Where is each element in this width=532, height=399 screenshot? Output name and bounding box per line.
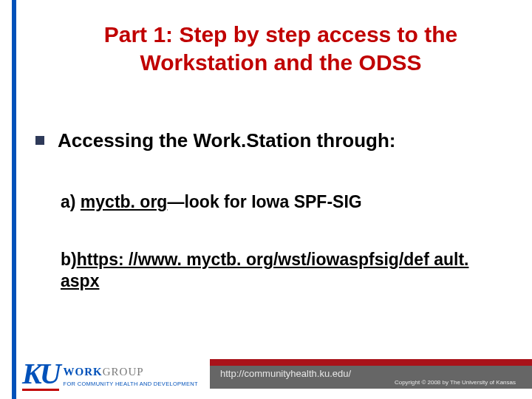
footer-copyright: Copyright © 2008 by The University of Ka…: [220, 380, 516, 386]
ku-logo: KU WORKGROUP FOR COMMUNITY HEALTH AND DE…: [22, 359, 198, 389]
ku-tagline: FOR COMMUNITY HEALTH AND DEVELOPMENT: [64, 381, 198, 387]
work-word: WORK: [64, 366, 103, 378]
footer-url[interactable]: http://communityhealth.ku.edu/: [220, 369, 516, 378]
footer-bar-accent: [210, 359, 532, 366]
workgroup-label: WORKGROUP: [64, 366, 198, 378]
left-vertical-rule: [12, 0, 16, 399]
item-b-prefix: b): [61, 250, 77, 269]
item-a-suffix: —look for Iowa SPF-SIG: [167, 192, 361, 211]
slide: Part 1: Step by step access to the Works…: [0, 0, 532, 399]
slide-title: Part 1: Step by step access to the Works…: [74, 21, 488, 76]
ku-mark: KU: [22, 359, 59, 389]
item-a-prefix: a): [61, 192, 81, 211]
list-item-b: b)https: //www. myctb. org/wst/iowaspfsi…: [61, 249, 489, 292]
item-a-link[interactable]: myctb. org: [81, 192, 168, 211]
bullet-text: Accessing the Work.Station through:: [58, 129, 395, 152]
bullet-square-icon: [35, 136, 44, 145]
list-item-a: a) myctb. org—look for Iowa SPF-SIG: [61, 192, 362, 212]
footer: KU WORKGROUP FOR COMMUNITY HEALTH AND DE…: [0, 349, 532, 399]
group-word: GROUP: [103, 366, 144, 378]
item-b-link[interactable]: https: //www. myctb. org/wst/iowaspfsig/…: [61, 250, 468, 290]
ku-logo-text: WORKGROUP FOR COMMUNITY HEALTH AND DEVEL…: [64, 366, 198, 387]
bullet-item: Accessing the Work.Station through:: [35, 129, 395, 152]
footer-bar: http://communityhealth.ku.edu/ Copyright…: [210, 359, 532, 389]
footer-bar-body: http://communityhealth.ku.edu/ Copyright…: [210, 366, 532, 389]
